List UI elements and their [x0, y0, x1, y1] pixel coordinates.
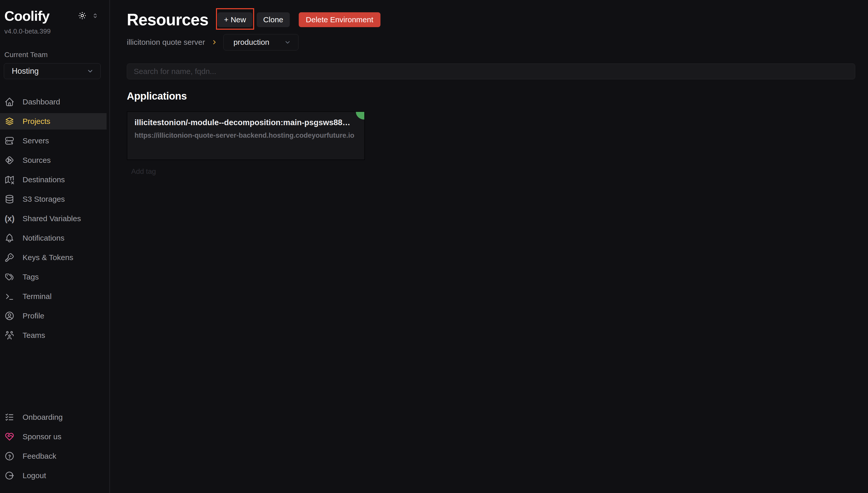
sidebar-item-label: Destinations	[23, 175, 65, 184]
environment-select[interactable]: production	[223, 34, 298, 50]
breadcrumb: illicitonion quote server production	[127, 34, 855, 50]
sidebar-item-label: Sources	[23, 156, 51, 165]
app-version: v4.0.0-beta.399	[4, 27, 51, 35]
sidebar-item-label: Logout	[23, 471, 46, 480]
sidebar-nav: Dashboard Projects Servers	[0, 94, 109, 347]
environment-select-value: production	[233, 38, 269, 47]
checklist-icon	[4, 412, 15, 422]
terminal-icon	[4, 291, 15, 302]
sidebar-item-label: Tags	[23, 273, 39, 281]
sidebar-item-terminal[interactable]: Terminal	[0, 288, 107, 305]
sidebar-item-sources[interactable]: Sources	[0, 152, 107, 168]
server-bolt-icon	[4, 136, 15, 146]
breadcrumb-project[interactable]: illicitonion quote server	[127, 38, 205, 47]
sidebar-item-label: Feedback	[23, 452, 56, 460]
sidebar-item-label: Dashboard	[23, 98, 60, 106]
delete-environment-button[interactable]: Delete Environment	[299, 12, 380, 27]
chevron-down-icon	[284, 39, 291, 46]
search-input[interactable]	[127, 63, 855, 79]
tags-icon	[4, 272, 15, 282]
git-diamond-icon	[4, 155, 15, 165]
sidebar-item-label: S3 Storages	[23, 195, 65, 203]
application-name: illicitestonion/-module--decomposition:m…	[135, 118, 357, 127]
logo-row: Coolify v4.0.0-beta.399	[4, 9, 99, 35]
sidebar-item-label: Teams	[23, 331, 45, 340]
current-team-label: Current Team	[4, 51, 109, 59]
sidebar: Coolify v4.0.0-beta.399 Current Team Hos…	[0, 0, 110, 493]
sidebar-item-dashboard[interactable]: Dashboard	[0, 94, 107, 110]
user-circle-icon	[4, 311, 15, 321]
app-logo: Coolify	[4, 9, 51, 23]
sidebar-item-label: Profile	[23, 312, 44, 320]
sidebar-item-destinations[interactable]: Destinations	[0, 172, 107, 188]
users-group-icon	[4, 330, 15, 340]
sidebar-item-feedback[interactable]: Feedback	[0, 448, 107, 464]
team-select[interactable]: Hosting	[4, 63, 101, 79]
sidebar-item-label: Keys & Tokens	[23, 253, 73, 262]
new-button[interactable]: + New	[218, 12, 252, 27]
sidebar-item-label: Shared Variables	[23, 214, 81, 223]
application-card[interactable]: illicitestonion/-module--decomposition:m…	[127, 111, 365, 160]
home-icon	[4, 97, 15, 107]
sidebar-item-label: Servers	[23, 136, 49, 145]
sidebar-footer-nav: Onboarding Sponsor us Feedback	[0, 409, 109, 493]
variable-icon: (x)	[4, 214, 15, 223]
key-icon	[4, 252, 15, 263]
logout-icon	[4, 470, 15, 481]
chevron-right-icon	[211, 39, 218, 46]
sidebar-item-onboarding[interactable]: Onboarding	[0, 409, 107, 425]
add-tag-input[interactable]: Add tag	[127, 167, 365, 176]
applications-section-title: Applications	[127, 90, 855, 102]
sidebar-item-logout[interactable]: Logout	[0, 467, 107, 484]
layers-icon	[4, 116, 15, 126]
database-icon	[4, 194, 15, 204]
application-url: https://illicitonion-quote-server-backen…	[135, 132, 357, 140]
sidebar-item-sponsor-us[interactable]: Sponsor us	[0, 428, 107, 445]
page-title: Resources	[127, 10, 208, 29]
sidebar-item-teams[interactable]: Teams	[0, 327, 107, 344]
clone-button[interactable]: Clone	[257, 12, 290, 27]
sidebar-item-label: Onboarding	[23, 413, 63, 422]
main-content: Resources + New Clone Delete Environment…	[110, 0, 868, 493]
bell-icon	[4, 233, 15, 243]
sidebar-item-notifications[interactable]: Notifications	[0, 230, 107, 246]
heart-handshake-icon	[4, 432, 15, 442]
sidebar-item-label: Sponsor us	[23, 432, 61, 441]
sidebar-item-keys-tokens[interactable]: Keys & Tokens	[0, 249, 107, 266]
help-circle-icon	[4, 451, 15, 461]
sidebar-item-label: Notifications	[23, 234, 64, 242]
theme-selector-chevrons-icon[interactable]	[92, 12, 99, 19]
sidebar-item-label: Projects	[23, 117, 50, 126]
sidebar-item-servers[interactable]: Servers	[0, 133, 107, 149]
team-select-value: Hosting	[12, 67, 39, 76]
map-x-icon	[4, 175, 15, 185]
sidebar-item-profile[interactable]: Profile	[0, 308, 107, 324]
chevron-down-icon	[87, 68, 94, 75]
sidebar-item-label: Terminal	[23, 292, 51, 301]
sidebar-item-tags[interactable]: Tags	[0, 269, 107, 285]
page-header: Resources + New Clone Delete Environment	[127, 9, 855, 30]
sidebar-item-projects[interactable]: Projects	[0, 113, 107, 130]
theme-sun-icon[interactable]	[78, 11, 87, 20]
sidebar-item-s3-storages[interactable]: S3 Storages	[0, 191, 107, 207]
sidebar-item-shared-variables[interactable]: (x) Shared Variables	[0, 210, 107, 227]
